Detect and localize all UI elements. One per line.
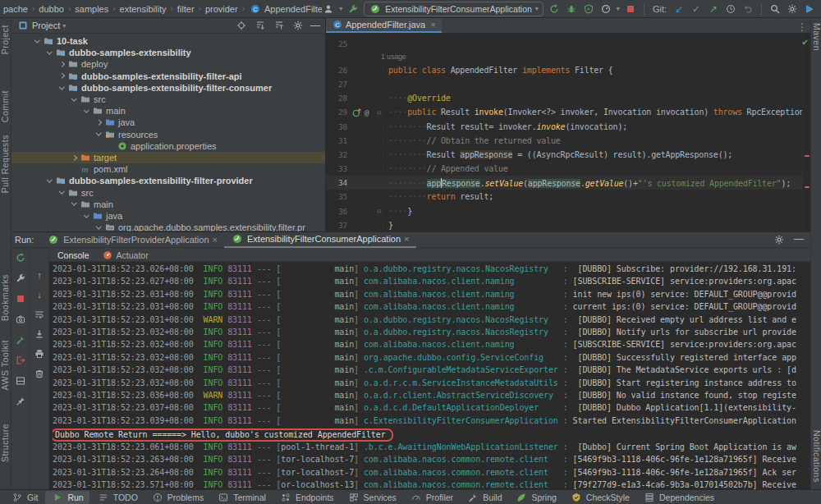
statusbar-item-checkstyle[interactable]: CheckStyle [564,491,635,504]
console-output[interactable]: 2023-01-31T18:52:23.026+08:00 INFO 83111… [49,262,810,489]
tree-item-dubbo-samples-extensibility-filter-api[interactable]: dubbo-samples-extensibility-filter-api [11,71,325,82]
tree-item-target[interactable]: target [11,152,325,163]
statusbar-item-todo[interactable]: TODO [91,491,144,504]
tree-chevron-icon[interactable] [94,132,103,136]
code-area[interactable]: 251 usage26public class AppendedFilter i… [326,34,810,231]
tool-stripe-item-structure[interactable]: Structure [0,424,11,462]
breadcrumb-item[interactable]: filter [176,4,196,14]
tree-item-org-apache-dubbo-samples-extensibility-filter-pr[interactable]: org.apache.dubbo.samples.extensibility.f… [11,222,325,231]
run-config-select[interactable]: ExtensibilityFilterConsumerApplication ▾ [364,2,544,16]
close-tab-icon[interactable]: × [404,234,409,244]
run-button[interactable] [548,2,561,16]
statusbar-item-run[interactable]: Run [45,491,89,504]
tool-stripe-item-pull-requests[interactable]: Pull Requests [0,135,11,193]
statusbar-item-profiler[interactable]: Profiler [404,491,459,504]
tool-stripe-item-maven[interactable]: Maven [811,23,821,51]
statusbar-item-build[interactable]: Build [461,491,507,504]
hide-panel-icon[interactable]: — [310,20,320,31]
run-tab-active[interactable]: ExtensibilityFilterConsumerApplication× [224,232,416,248]
tree-chevron-icon[interactable] [94,226,103,230]
code-text[interactable]: ········Result appResponse = ((AsyncRpcR… [383,150,810,159]
statusbar-item-dependencies[interactable]: Dependencies [637,491,720,504]
code-line-25[interactable]: 25 [326,37,810,51]
overrides-method-icon[interactable] [351,106,364,119]
coverage-button[interactable] [582,2,595,16]
edit-configuration-icon[interactable] [14,272,27,285]
profiler-button[interactable] [599,2,612,16]
editor-tab[interactable]: C AppendedFilter.java × [326,18,442,33]
code-line-36[interactable]: 36⊖····} [326,204,810,218]
scroll-to-end-icon[interactable] [33,328,46,341]
tree-item-java[interactable]: java [11,117,325,128]
down-stack-trace-icon[interactable]: ↓ [33,288,46,301]
code-line-32[interactable]: 32········Result appResponse = ((AsyncRp… [326,148,810,162]
code-line-28[interactable]: 28····@Override [326,91,810,105]
select-opened-file-icon[interactable] [235,19,248,32]
tree-item-src[interactable]: src [11,186,325,198]
tree-item-deploy[interactable]: deploy [11,58,325,70]
tree-chevron-icon[interactable] [45,51,54,55]
code-text[interactable]: } [383,221,810,230]
tree-item-src[interactable]: src [11,94,325,105]
stop-button[interactable] [624,2,637,16]
code-line-27[interactable]: 27 [326,77,810,91]
breadcrumb-item[interactable]: provider [204,4,240,14]
tool-stripe-item-commit[interactable]: Commit [0,90,11,122]
tool-stripe-item-notifications[interactable]: Notifications [811,430,821,483]
code-line-37[interactable]: 37} [326,218,810,231]
git-push-icon[interactable]: ↗ [707,2,720,16]
code-line-30[interactable]: 30········Result result= invoker.invoke(… [326,119,810,133]
rerun-icon[interactable] [14,251,27,264]
pin-tab-icon[interactable] [14,395,27,408]
code-text[interactable]: ····} [383,207,810,216]
run-tab-inactive[interactable]: ExtensibilityFilterProviderApplication× [40,232,224,248]
tool-stripe-item-aws-toolkit[interactable]: AWS Toolkit [0,340,11,391]
tree-item-main[interactable]: main [11,105,325,117]
statusbar-item-terminal[interactable]: Terminal [211,491,272,504]
tool-stripe-item-project[interactable]: Project [0,25,11,54]
breadcrumb-item[interactable]: samples [73,4,110,14]
breadcrumb-item[interactable]: extensibility [118,4,168,14]
git-update-icon[interactable]: ↙ [672,2,686,16]
tree-chevron-icon[interactable] [70,156,79,160]
exit-icon[interactable] [14,354,27,367]
tree-chevron-icon[interactable] [94,121,103,125]
breadcrumb-item[interactable]: dubbo [37,4,66,14]
tree-chevron-icon[interactable] [57,86,67,90]
tree-chevron-icon[interactable] [57,62,67,66]
git-commit-check-icon[interactable]: ✓ [690,2,703,16]
restore-layout-icon[interactable] [14,374,27,387]
statusbar-item-services[interactable]: Services [342,491,402,504]
statusbar-item-problems[interactable]: Problems [145,491,209,504]
code-text[interactable]: ········return result; [383,192,810,201]
code-text[interactable]: ········appResponse.setValue(appResponse… [383,178,810,188]
code-line-33[interactable]: 33········// Appended value [326,162,810,176]
stop-process-icon[interactable] [14,292,27,305]
expand-all-icon[interactable] [254,19,267,32]
code-inlay-hint[interactable]: 1 usage [326,51,810,63]
close-tab-icon[interactable]: × [430,20,435,30]
tree-chevron-icon[interactable] [57,190,67,195]
code-line-35[interactable]: 35········return result; [326,190,810,204]
project-view-select[interactable]: Project▾ [16,19,66,32]
setup-sdk-icon[interactable] [346,2,360,16]
fold-marker-icon[interactable]: ⊖ [375,108,383,117]
plugin-icon[interactable] [803,2,816,16]
tree-chevron-icon[interactable] [82,109,91,113]
tree-item-10-task[interactable]: 10-task [11,35,325,47]
tree-item-java[interactable]: java [11,210,325,222]
code-line-31[interactable]: 31········// Obtain the returned value [326,134,810,148]
tree-chevron-icon[interactable] [57,74,67,78]
tree-chevron-icon[interactable] [70,98,79,102]
statusbar-item-spring[interactable]: Spring [509,491,562,504]
tree-item-dubbo-samples-extensibility-filter-provider[interactable]: dubbo-samples-extensibility-filter-provi… [11,175,325,186]
search-everywhere-icon[interactable] [768,2,782,16]
code-text[interactable]: ········// Appended value [383,164,810,173]
code-text[interactable]: ········// Obtain the returned value [383,136,810,145]
view-tab-actuator[interactable]: Actuator [96,249,154,262]
code-text[interactable]: ········Result result= invoker.invoke(in… [383,122,810,131]
build-run-icon[interactable] [14,333,27,346]
tree-chevron-icon[interactable] [33,39,42,44]
editor-options-kebab-icon[interactable]: ⋮ [797,21,810,33]
breadcrumb-item[interactable]: CAppendedFilter [247,2,322,16]
